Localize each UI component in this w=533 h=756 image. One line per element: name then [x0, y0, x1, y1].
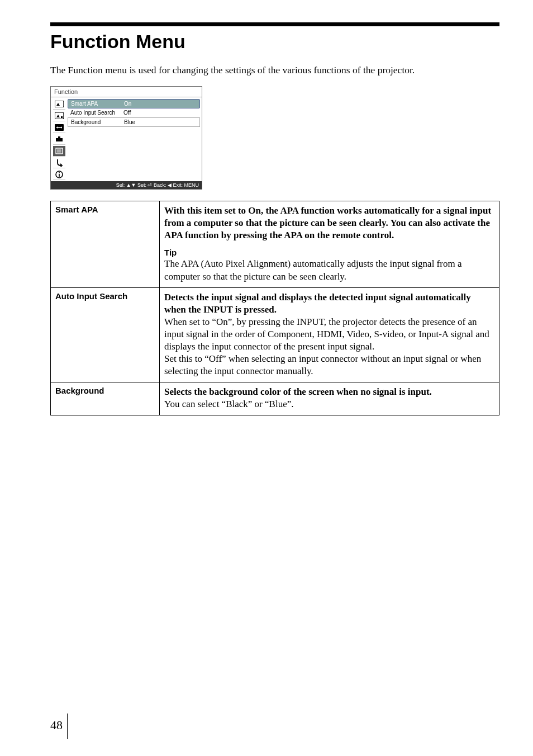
setting-tip-body: The APA (Auto Pixel Alignment) automatic… [164, 258, 461, 281]
tip-heading: Tip [164, 247, 494, 258]
setting-desc-auto-input-search: Detects the input signal and displays th… [160, 287, 499, 382]
function-icon [53, 146, 65, 157]
table-row: Background Selects the background color … [51, 382, 499, 415]
table-row: Auto Input Search Detects the input sign… [51, 287, 499, 382]
setting-lead: With this item set to On, the APA functi… [164, 205, 491, 240]
setting-lead: Detects the input signal and displays th… [164, 292, 471, 315]
svg-marker-1 [56, 103, 60, 106]
osd-row-value: Off [123, 110, 131, 116]
intro-paragraph: The Function menu is used for changing t… [50, 64, 499, 77]
osd-row-label: Background [71, 119, 124, 125]
osd-row-smart-apa: Smart APA On [68, 99, 200, 108]
info-icon [53, 169, 65, 180]
setting-desc-smart-apa: With this item set to On, the APA functi… [160, 201, 499, 287]
picture-icon [53, 99, 65, 110]
osd-row-label: Auto Input Search [70, 110, 123, 116]
picture-adv-icon [53, 111, 65, 121]
setting-body: You can select “Black” or “Blue”. [164, 399, 293, 409]
osd-menu-rows: Smart APA On Auto Input Search Off Backg… [68, 97, 202, 181]
svg-rect-4 [61, 116, 63, 118]
svg-rect-10 [58, 136, 60, 138]
setting-name-background: Background [51, 382, 160, 415]
heading-rule [50, 22, 499, 26]
osd-title: Function [51, 87, 202, 97]
setting-name-auto-input-search: Auto Input Search [51, 287, 160, 382]
setting-desc-background: Selects the background color of the scre… [160, 382, 499, 415]
screen-icon [53, 122, 65, 133]
osd-row-label: Smart APA [71, 101, 124, 107]
osd-sidebar-icons [51, 97, 68, 181]
setup-icon [53, 134, 65, 145]
osd-row-background: Background Blue [68, 117, 200, 127]
page-title: Function Menu [50, 31, 499, 53]
setting-lead: Selects the background color of the scre… [164, 386, 432, 397]
page-number: 48 [50, 714, 68, 739]
svg-point-16 [59, 172, 60, 173]
osd-screenshot: Function [50, 86, 202, 190]
svg-rect-9 [56, 138, 63, 141]
svg-marker-3 [56, 115, 60, 117]
osd-row-auto-input-search: Auto Input Search Off [68, 108, 200, 117]
installation-icon [53, 158, 65, 168]
osd-row-value: Blue [124, 119, 135, 125]
settings-table: Smart APA With this item set to On, the … [50, 201, 499, 416]
svg-rect-0 [55, 101, 64, 107]
table-row: Smart APA With this item set to On, the … [51, 201, 499, 287]
osd-footer: Sel: ▲▼ Set: ⏎ Back: ◀ Exit: MENU [51, 181, 202, 189]
svg-rect-17 [59, 174, 60, 177]
setting-name-smart-apa: Smart APA [51, 201, 160, 287]
svg-rect-2 [55, 112, 64, 119]
osd-row-value: On [124, 101, 131, 107]
setting-body: When set to “On”, by pressing the INPUT,… [164, 316, 489, 376]
